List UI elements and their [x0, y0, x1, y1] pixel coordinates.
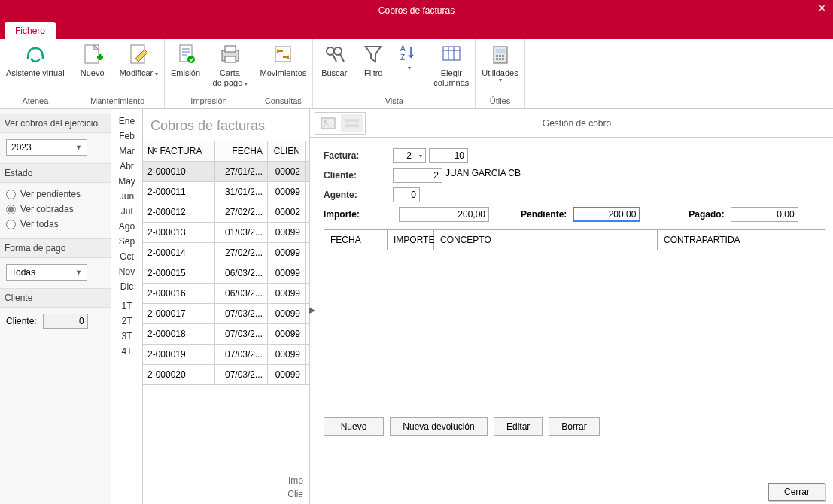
table-title: Cobros de facturas [143, 109, 309, 141]
month-item[interactable]: Ene [111, 114, 142, 129]
factura-label: Factura: [324, 150, 393, 161]
svg-rect-5 [225, 46, 236, 52]
col-fecha[interactable]: FECHA [324, 230, 388, 250]
svg-rect-17 [502, 55, 504, 57]
invoice-grid: Nº FACTURA FECHA CLIEN 2-00001027/01/2..… [143, 141, 309, 504]
nuevo-button[interactable]: Nuevo [324, 417, 384, 436]
col-importe[interactable]: IMPORTE [388, 230, 434, 250]
month-item[interactable]: Ago [111, 219, 142, 234]
group-vista: Vista [313, 95, 475, 108]
table-row[interactable]: 2-00001807/03/2...00099 [143, 324, 309, 345]
col-nfactura[interactable]: Nº FACTURA [143, 141, 215, 161]
svg-rect-23 [345, 119, 359, 122]
month-item[interactable]: Jul [111, 204, 142, 219]
radio-todas[interactable]: Ver todas [6, 219, 105, 229]
table-row[interactable]: 2-00001427/02/2...00099 [143, 243, 309, 263]
radio-cobradas[interactable]: Ver cobradas [6, 204, 105, 214]
utilidades-button[interactable]: Utilidades ▾ [476, 39, 524, 95]
month-item[interactable]: Abr [111, 159, 142, 174]
svg-rect-14 [496, 49, 505, 53]
forma-select[interactable]: Todas▼ [6, 264, 87, 281]
factura-num-input[interactable] [429, 148, 468, 163]
window-title: Cobros de facturas [378, 5, 455, 16]
tab-fichero[interactable]: Fichero [5, 22, 56, 39]
month-item[interactable]: Feb [111, 129, 142, 144]
view-form-icon[interactable] [341, 114, 363, 132]
pagado-input[interactable] [731, 207, 798, 222]
cerrar-button[interactable]: Cerrar [768, 483, 825, 501]
col-contrapartida[interactable]: CONTRAPARTIDA [658, 230, 825, 250]
close-icon[interactable]: × [819, 2, 825, 15]
table-row[interactable]: 2-00002007/03/2...00099 [143, 365, 309, 385]
borrar-button[interactable]: Borrar [549, 417, 599, 436]
cliente-id-input[interactable] [393, 168, 442, 183]
editar-button[interactable]: Editar [494, 417, 543, 436]
ribbon-tabstrip: Fichero [0, 20, 833, 39]
svg-rect-7 [275, 47, 290, 62]
filtro-button[interactable]: Filtro [355, 39, 391, 95]
month-item[interactable]: 3T [111, 329, 142, 344]
factura-serie-select[interactable]: 2▾ [393, 148, 426, 163]
col-concepto[interactable]: CONCEPTO [434, 230, 658, 250]
month-item[interactable]: 1T [111, 299, 142, 314]
detail-title: Gestión de cobro [366, 118, 833, 129]
filter-sidebar: Ver cobros del ejercicio 2023▼ Estado Ve… [0, 109, 111, 504]
group-utiles: Útiles [476, 95, 524, 108]
table-row[interactable]: 2-00001301/03/2...00099 [143, 223, 309, 243]
agente-input[interactable] [393, 187, 420, 202]
table-row[interactable]: 2-00001131/01/2...00099 [143, 182, 309, 202]
pendiente-label: Pendiente: [521, 209, 567, 220]
emision-button[interactable]: Emisión [165, 39, 207, 95]
month-item[interactable]: Dic [111, 279, 142, 294]
col-fecha[interactable]: FECHA [215, 141, 268, 161]
month-item[interactable]: 4T [111, 344, 142, 359]
agente-label: Agente: [324, 190, 393, 200]
table-row[interactable]: 2-00001227/02/2...00002 [143, 202, 309, 223]
cliente-input[interactable] [43, 314, 88, 329]
table-row[interactable]: 2-00001027/01/2...00002 [143, 162, 309, 182]
expand-handle-icon[interactable]: ▶ [309, 305, 315, 315]
month-item[interactable]: 2T [111, 314, 142, 329]
pendiente-input[interactable] [573, 207, 640, 222]
modificar-button[interactable]: Modificar ▾ [114, 39, 164, 95]
nueva-devolucion-button[interactable]: Nueva devolución [390, 417, 488, 436]
table-row[interactable]: 2-00001707/03/2...00099 [143, 304, 309, 324]
month-item[interactable]: Jun [111, 189, 142, 204]
month-item[interactable]: May [111, 174, 142, 189]
buscar-button[interactable]: Buscar [313, 39, 355, 95]
cliente-section: Cliente [0, 288, 111, 308]
month-item[interactable]: Nov [111, 264, 142, 279]
elegir-columnas-button[interactable]: Elegir columnas [427, 39, 475, 95]
asistente-label: Asistente virtual [6, 68, 65, 78]
cobro-grid: FECHA IMPORTE CONCEPTO CONTRAPARTIDA [324, 229, 825, 411]
table-row[interactable]: 2-00001606/03/2...00099 [143, 284, 309, 304]
month-item[interactable]: Mar [111, 144, 142, 159]
month-item[interactable]: Sep [111, 234, 142, 249]
invoice-table-panel: Cobros de facturas Nº FACTURA FECHA CLIE… [143, 109, 310, 504]
col-cliente[interactable]: CLIEN [268, 141, 306, 161]
nuevo-button[interactable]: Nuevo [71, 39, 114, 95]
cliente-name: JUAN GARCIA CB [442, 168, 524, 183]
asistente-virtual-button[interactable]: Asistente virtual [0, 39, 71, 95]
radio-pendientes[interactable]: Ver pendientes [6, 189, 105, 199]
svg-rect-24 [345, 124, 359, 127]
detail-panel: Gestión de cobro Factura: 2▾ Cliente: JU… [310, 109, 833, 504]
ribbon: Asistente virtual Atenea Nuevo Modificar… [0, 39, 833, 109]
year-select[interactable]: 2023▼ [6, 139, 87, 156]
table-row[interactable]: 2-00001907/03/2...00099 [143, 345, 309, 365]
view-image-icon[interactable] [317, 114, 339, 132]
estado-section: Estado [0, 163, 111, 183]
svg-rect-20 [502, 58, 504, 60]
svg-rect-12 [443, 47, 460, 60]
svg-point-22 [324, 120, 327, 123]
svg-text:A: A [400, 44, 406, 53]
pagado-label: Pagado: [689, 209, 724, 220]
table-row[interactable]: 2-00001506/03/2...00099 [143, 263, 309, 284]
importe-input[interactable] [399, 207, 489, 222]
svg-point-8 [327, 47, 334, 55]
svg-rect-6 [225, 56, 236, 62]
month-item[interactable]: Oct [111, 249, 142, 264]
sort-button[interactable]: AZ ▾ [391, 39, 427, 95]
movimientos-button[interactable]: Movimientos [254, 39, 313, 95]
carta-pago-button[interactable]: Carta de pago ▾ [207, 39, 254, 95]
